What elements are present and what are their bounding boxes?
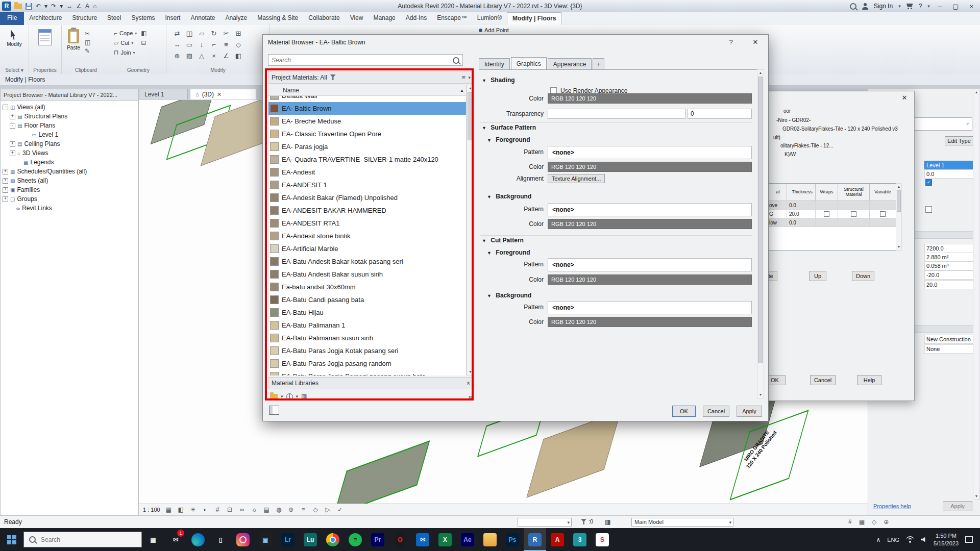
qat-icon[interactable]: ∠ — [76, 3, 82, 10]
taskbar-app-icon[interactable]: X — [434, 528, 456, 551]
texture-alignment-button[interactable]: Texture Alignment... — [548, 174, 605, 183]
cut-pattern-section-header[interactable]: ▼ Cut Pattern — [482, 237, 524, 244]
taskbar-app-icon[interactable]: Ae — [456, 528, 479, 551]
layers-column-header[interactable]: Wraps — [816, 184, 838, 201]
modify-tool-icon[interactable]: ⊞ — [232, 28, 244, 39]
geometry-mini-icon[interactable]: ◧ — [141, 30, 146, 37]
tree-item[interactable]: - ▤ Floor Plans — [1, 121, 138, 130]
view-control-icon[interactable]: ⊕ — [287, 506, 295, 513]
parameter-value[interactable]: None — [924, 344, 976, 354]
close-button[interactable]: × — [967, 3, 976, 10]
material-row[interactable]: EA-Batu Paras Jogja Kotak pasang seri — [268, 344, 466, 357]
material-row[interactable]: EA-ANDESIT 1 — [268, 179, 466, 191]
tree-item[interactable]: + ▢ Groups — [1, 194, 138, 204]
geometry-button[interactable]: ⊓ Join ▾ — [114, 48, 137, 57]
modify-tool-icon[interactable]: ⌐ — [208, 39, 220, 51]
taskbar-app-icon[interactable]: ▦ — [142, 528, 164, 551]
clock[interactable]: 1:50 PM 5/15/2023 — [934, 532, 959, 547]
taskbar-search-input[interactable] — [40, 536, 129, 544]
layer-up-button[interactable]: Up — [809, 271, 826, 281]
minimize-button[interactable]: – — [936, 3, 944, 10]
surface-foreground-color-swatch[interactable]: RGB 120 120 120 — [548, 162, 752, 172]
library-panel-icon[interactable]: ▥ — [301, 393, 307, 400]
hidden-icons-chevron[interactable]: ∧ — [876, 536, 880, 543]
ribbon-tab[interactable]: Modify | Floors — [507, 12, 561, 25]
material-row[interactable]: EA-Batu Paras Jogja Persegi pasang susun… — [268, 370, 466, 375]
table-scrollbar[interactable]: ▲ ▼ — [896, 183, 902, 251]
view-control-icon[interactable]: ◐ — [202, 506, 209, 513]
modify-tool-icon[interactable]: ▨ — [183, 51, 195, 62]
qat-icon[interactable]: ▾ — [44, 3, 47, 10]
parameter-checkbox-checked[interactable]: ✓ — [925, 179, 932, 186]
parameter-checkbox[interactable] — [925, 206, 932, 213]
ribbon-tab[interactable]: Architecture — [24, 12, 67, 25]
parameter-value[interactable]: Level 1 — [924, 161, 976, 170]
tree-expander-icon[interactable]: + — [10, 141, 15, 147]
parameter-value[interactable]: -20.0 — [924, 270, 976, 280]
material-row[interactable]: EA-Andesit stone bintik — [268, 230, 466, 242]
name-column-header[interactable]: Name ▲ — [268, 85, 467, 96]
taskbar-app-icon[interactable]: ≡ — [344, 528, 366, 551]
ribbon-tab[interactable]: Analyze — [220, 12, 253, 25]
taskbar-app-icon[interactable]: R — [524, 528, 546, 551]
view-control-icon[interactable]: ◍ — [275, 506, 283, 513]
modify-tool-icon[interactable]: ⇄ — [171, 28, 183, 39]
taskbar-app-icon[interactable]: ▣ — [254, 528, 277, 551]
selection-toggle-icon[interactable]: ◇ — [872, 518, 876, 525]
transparency-slider[interactable] — [548, 109, 685, 119]
taskbar-app-icon[interactable]: Ps — [501, 528, 524, 551]
taskbar-app-icon[interactable]: ▯ — [209, 528, 232, 551]
create-library-icon[interactable] — [270, 394, 278, 399]
tree-item[interactable]: + ▧ Sheets (all) — [1, 176, 138, 185]
taskbar-app-icon[interactable]: ✉ 1 — [164, 528, 187, 551]
modify-tool-icon[interactable]: ↕ — [195, 39, 208, 51]
edit-type-button[interactable]: Edit Type — [945, 136, 973, 145]
tree-item[interactable]: + ▣ Families — [1, 185, 138, 194]
material-row[interactable]: EA-Batu Hijau — [268, 306, 466, 319]
tree-item[interactable]: ▭ Level 1 — [1, 130, 138, 139]
maximize-button[interactable]: ▢ — [950, 3, 961, 10]
floor-slab-selected[interactable] — [334, 440, 430, 504]
ribbon-tab[interactable]: Collaborate — [303, 12, 345, 25]
taskbar-app-icon[interactable]: Lu — [299, 528, 322, 551]
cancel-button[interactable]: Cancel — [703, 406, 729, 417]
modify-tool-icon[interactable]: × — [208, 51, 220, 62]
variable-checkbox[interactable] — [880, 211, 886, 217]
project-browser-header[interactable]: Project Browser - Material Library V7 - … — [1, 89, 138, 101]
select-panel-label[interactable]: Select ▾ — [0, 67, 29, 73]
design-option-combo[interactable]: ▾ — [518, 518, 572, 527]
taskbar-app-icon[interactable] — [187, 528, 209, 551]
modify-tool-icon[interactable]: ≡ — [220, 39, 232, 51]
layer-row[interactable]: ove 0.0 — [768, 201, 896, 210]
modify-tool-icon[interactable]: ⊕ — [171, 51, 183, 62]
close-tab-icon[interactable]: ✕ — [217, 91, 222, 98]
tree-item[interactable]: + ▥ Schedules/Quantities (all) — [1, 167, 138, 176]
tree-item[interactable]: ∞ Revit Links — [1, 204, 138, 213]
parameter-value[interactable]: 0.058 m³ — [924, 261, 976, 270]
properties-help-link[interactable]: Properties help — [873, 503, 911, 509]
add-point-button[interactable]: Add Point — [479, 27, 509, 33]
parameter-value[interactable]: 7200.0 — [924, 244, 976, 253]
material-row[interactable]: EA- Breche Meduse — [268, 115, 466, 128]
ribbon-tab[interactable]: Manage — [368, 12, 400, 25]
tree-expander-icon[interactable]: - — [3, 105, 8, 110]
view-control-icon[interactable]: ☼ — [251, 506, 258, 513]
material-row[interactable]: EA-Batu Palimanan 1 — [268, 319, 466, 332]
tree-expander-icon[interactable]: + — [3, 178, 8, 184]
editor-tab[interactable]: Graphics — [511, 57, 547, 69]
chevron-down-icon[interactable]: ▾ — [468, 75, 471, 80]
material-row[interactable]: EA-Batu Andesit Bakar susun sirih — [268, 268, 466, 281]
expand-libraries-icon[interactable]: « — [465, 382, 473, 385]
material-search-input[interactable] — [268, 54, 463, 66]
collapse-pane-icon[interactable]: « — [469, 393, 472, 400]
tree-expander-icon[interactable]: + — [10, 151, 15, 156]
ribbon-tab[interactable]: Lumion® — [472, 12, 507, 25]
selection-toggle-icon[interactable]: # — [848, 518, 852, 525]
material-row[interactable]: EA-Artificial Marble — [268, 242, 466, 255]
start-button[interactable] — [0, 528, 23, 551]
surface-background-header[interactable]: ▼ Background — [487, 193, 531, 200]
palette-scrollbar[interactable]: ▲ ▼ — [973, 89, 980, 500]
tree-expander-icon[interactable]: + — [3, 196, 8, 202]
material-libraries-bar[interactable]: Material Libraries « — [268, 377, 474, 389]
sign-in-button[interactable]: Sign In — [874, 3, 893, 10]
